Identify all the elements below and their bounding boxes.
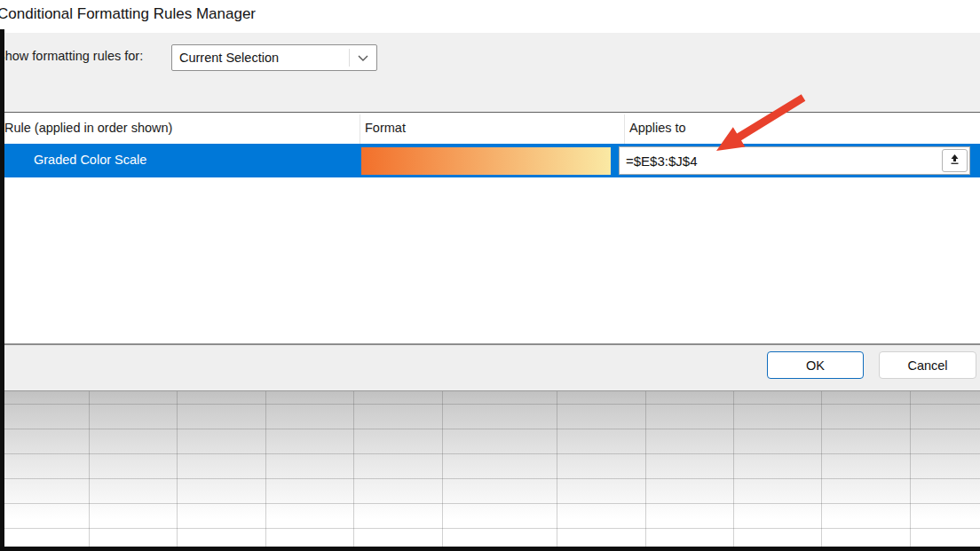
- collapse-dialog-button[interactable]: [942, 149, 968, 172]
- cancel-button[interactable]: Cancel: [879, 351, 976, 379]
- header-divider: [624, 114, 625, 144]
- spreadsheet-background: [0, 390, 980, 551]
- spreadsheet-rows: [0, 391, 980, 550]
- header-applies-to: Applies to: [629, 121, 686, 135]
- scope-dropdown[interactable]: Current Selection: [171, 44, 377, 71]
- header-format: Format: [365, 121, 406, 135]
- collapse-range-icon: [949, 153, 960, 169]
- ok-button[interactable]: OK: [767, 351, 864, 379]
- header-rule: Rule (applied in order shown): [4, 121, 172, 135]
- rule-row-selected[interactable]: Graded Color Scale =$E$3:$J$4: [0, 144, 980, 177]
- conditional-formatting-rules-manager-dialog: Conditional Formatting Rules Manager Sho…: [0, 0, 980, 390]
- format-preview-gradient: [361, 147, 611, 175]
- header-divider: [360, 114, 360, 144]
- rules-list-header: Rule (applied in order shown) Format App…: [0, 113, 980, 144]
- dialog-title: Conditional Formatting Rules Manager: [0, 5, 256, 23]
- rule-name: Graded Color Scale: [34, 153, 146, 167]
- screenshot-root: Conditional Formatting Rules Manager Sho…: [0, 0, 980, 551]
- crop-edge-left: [0, 29, 4, 551]
- rules-list: Rule (applied in order shown) Format App…: [0, 113, 980, 343]
- dialog-footer: OK Cancel: [0, 345, 980, 390]
- dialog-upper-band: Show formatting rules for: Current Selec…: [0, 33, 980, 113]
- applies-to-range-input[interactable]: =$E$3:$J$4: [619, 146, 970, 175]
- applies-to-value: =$E$3:$J$4: [620, 153, 942, 169]
- crop-edge-bottom: [0, 547, 980, 551]
- chevron-down-icon: [349, 49, 376, 67]
- show-rules-for-label: Show formatting rules for:: [0, 49, 143, 63]
- scope-dropdown-value: Current Selection: [172, 51, 349, 65]
